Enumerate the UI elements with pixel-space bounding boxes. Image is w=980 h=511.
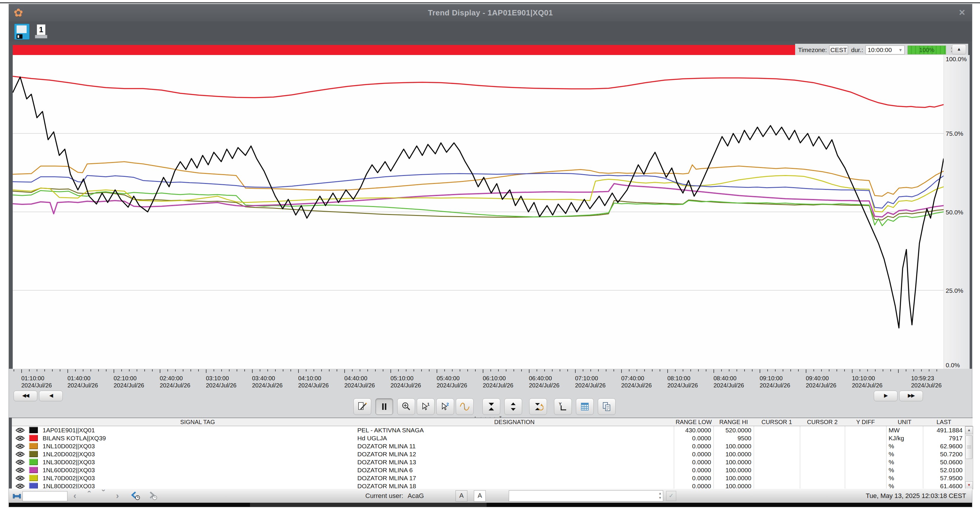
column-header[interactable]: UNIT xyxy=(886,419,923,425)
export-report-button[interactable] xyxy=(598,398,616,415)
scrollbar-up-icon[interactable]: ▲ xyxy=(965,427,973,434)
table-row[interactable]: 1NL10D002||XQ03DOZATOR MLINA 110.0000100… xyxy=(12,442,973,451)
expand-y-button[interactable] xyxy=(504,398,522,415)
column-divider xyxy=(800,474,800,482)
duration-select[interactable]: 10:00:00 ▼ xyxy=(865,46,905,54)
chevron-up-icon[interactable]: ˆ xyxy=(88,489,91,500)
cursor-1-button[interactable]: 1 xyxy=(417,398,434,415)
scroll-right-fast-button[interactable]: ▶▶ xyxy=(899,390,923,401)
history-back-icon[interactable] xyxy=(131,491,141,501)
table-scrollbar[interactable]: ▲ ▼ xyxy=(965,426,973,489)
column-divider xyxy=(923,442,923,450)
x-tick xyxy=(306,369,307,371)
column-header[interactable]: CURSOR 2 xyxy=(800,419,845,425)
column-header[interactable]: Y DIFF xyxy=(845,419,886,425)
x-tick xyxy=(29,369,30,371)
table-row[interactable]: 1NL70D002||XQ03DOZATOR MLINA 170.0000100… xyxy=(12,474,973,482)
scroll-up-button[interactable]: ▲ xyxy=(952,44,966,54)
visibility-eye-icon[interactable] xyxy=(15,467,25,473)
x-tick xyxy=(437,369,437,373)
chevron-down-nav-icon[interactable]: ˇ xyxy=(102,488,105,498)
spinner-icon[interactable]: ▲▼ xyxy=(659,491,662,500)
x-tick xyxy=(398,369,399,371)
time-controls: Timezone: CEST dur.: 10:00:00 ▼ 100% ✕ xyxy=(795,44,968,56)
y-scale-icon: Y xyxy=(558,401,568,412)
x-tick xyxy=(352,369,353,371)
table-row[interactable]: 1NL20D002||XQ03DOZATOR MLINA 120.0000100… xyxy=(12,450,973,459)
history-forward-icon[interactable] xyxy=(147,491,158,501)
x-axis-label: 07:10:002024/Jul/26 xyxy=(575,375,606,389)
alarm-banner[interactable] xyxy=(13,45,795,55)
table-row[interactable]: 1NL60D002||XQ03DOZATOR MLINA 60.0000100.… xyxy=(12,466,973,474)
x-tick xyxy=(906,369,906,371)
compress-y-button[interactable] xyxy=(482,398,500,415)
x-tick xyxy=(806,369,807,373)
scroll-right-button[interactable]: ▶ xyxy=(874,390,897,401)
scrollbar-down-icon[interactable]: ▼ xyxy=(965,481,973,489)
x-tick xyxy=(121,369,122,371)
window-close-icon[interactable]: ✕ xyxy=(959,8,966,17)
column-header[interactable]: RANGE HI xyxy=(713,419,754,425)
visibility-eye-icon[interactable] xyxy=(15,427,25,433)
trend-display-window: ✿ Trend Display - 1AP01E901|XQ01 ✕ 1 Tim… xyxy=(9,4,972,507)
window-bottom-bar xyxy=(9,503,972,507)
table-row[interactable]: 1NL30D002||XQ03DOZATOR MLINA 130.0000100… xyxy=(12,458,973,467)
save-trend-button[interactable] xyxy=(14,24,30,40)
timezone-value[interactable]: CEST xyxy=(829,46,848,54)
column-header[interactable]: LAST xyxy=(923,419,965,425)
visibility-eye-icon[interactable] xyxy=(15,435,25,441)
scroll-left-button[interactable]: ◀ xyxy=(39,390,63,401)
svg-text:2: 2 xyxy=(446,402,449,406)
x-tick xyxy=(260,369,260,371)
column-header[interactable]: CURSOR 1 xyxy=(754,419,800,425)
confirm-button[interactable]: ✓ xyxy=(666,491,676,501)
series-1NL30D002||XQ03 xyxy=(13,190,943,225)
font-size-button-1[interactable]: A xyxy=(455,490,468,501)
column-header[interactable]: DESIGNATION xyxy=(355,419,674,425)
x-tick xyxy=(129,369,130,371)
chevron-left-icon[interactable]: ‹ xyxy=(73,490,76,501)
pause-button[interactable] xyxy=(375,398,393,415)
x-tick xyxy=(329,369,329,371)
value-table-button[interactable] xyxy=(576,398,594,415)
window-top-edge xyxy=(0,2,980,3)
trend-plot[interactable] xyxy=(13,55,943,369)
scroll-left-fast-button[interactable]: ◀◀ xyxy=(14,390,37,401)
column-header[interactable]: SIGNAL TAG xyxy=(40,419,355,425)
x-axis-label: 01:10:002024/Jul/26 xyxy=(21,375,52,389)
column-header[interactable]: RANGE LOW xyxy=(674,419,713,425)
x-tick xyxy=(860,369,860,371)
x-tick xyxy=(521,369,522,371)
column-divider xyxy=(674,434,674,442)
y-scale-button[interactable]: Y xyxy=(554,398,572,415)
x-axis-label: 01:40:002024/Jul/26 xyxy=(67,375,98,389)
x-tick xyxy=(644,369,645,371)
visibility-eye-icon[interactable] xyxy=(15,451,25,457)
zoom-button[interactable] xyxy=(397,398,415,415)
font-size-button-2[interactable]: A xyxy=(474,490,486,501)
series-color-swatch xyxy=(29,443,38,449)
x-tick xyxy=(590,369,591,371)
command-input[interactable]: ▲▼ xyxy=(509,490,663,501)
curve-style-button[interactable] xyxy=(456,398,474,415)
chevron-right-icon[interactable]: › xyxy=(116,490,119,501)
cell-designation: PEL - AKTIVNA SNAGA xyxy=(357,427,671,434)
scrollbar-thumb[interactable] xyxy=(966,435,973,459)
title-bar[interactable]: ✿ Trend Display - 1AP01E901|XQ01 ✕ xyxy=(9,4,972,21)
table-row[interactable]: 1AP01E901||XQ01PEL - AKTIVNA SNAGA430.00… xyxy=(12,426,973,435)
search-input[interactable] xyxy=(22,491,67,501)
edit-curve-button[interactable] xyxy=(353,398,371,415)
x-tick xyxy=(21,369,22,373)
current-user-label: Current user: xyxy=(365,492,403,500)
x-tick xyxy=(536,369,537,371)
visibility-eye-icon[interactable] xyxy=(15,459,25,465)
cursor-2-button[interactable]: 2 xyxy=(436,398,454,415)
visibility-eye-icon[interactable] xyxy=(15,443,25,449)
reset-scale-button[interactable] xyxy=(529,398,547,415)
x-tick xyxy=(598,369,599,371)
table-row[interactable]: BILANS KOTLA||XQ39Hd UGLJA0.00009500KJ/k… xyxy=(12,434,973,443)
x-tick xyxy=(867,369,868,371)
expand-vertical-icon xyxy=(508,401,519,412)
visibility-eye-icon[interactable] xyxy=(15,475,25,481)
page-1-button[interactable]: 1 xyxy=(35,24,47,38)
